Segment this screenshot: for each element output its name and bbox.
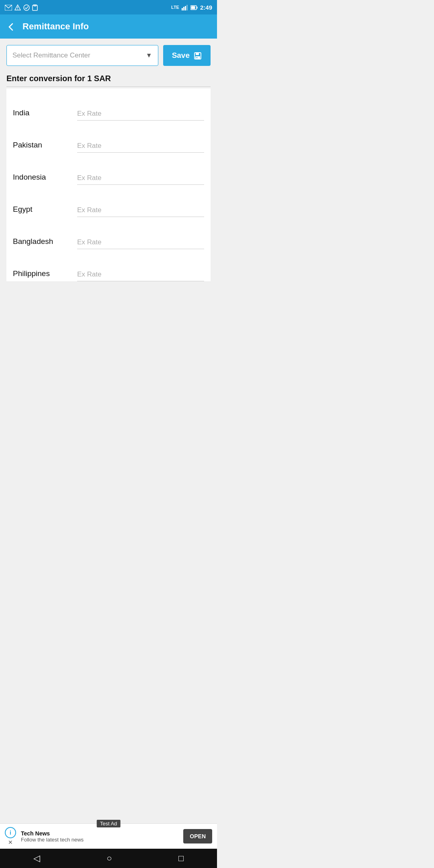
svg-rect-13	[197, 7, 197, 9]
check-circle-icon	[23, 4, 30, 10]
save-button[interactable]: Save	[163, 45, 211, 66]
table-row: India	[6, 88, 211, 121]
table-row: Egypt	[6, 185, 211, 217]
country-name-bangladesh: Bangladesh	[13, 237, 69, 249]
svg-point-3	[17, 9, 18, 10]
status-time: 2:49	[200, 4, 212, 11]
country-name-india: India	[13, 108, 69, 121]
countries-card: India Pakistan Indonesia Egypt Banglades…	[6, 88, 211, 281]
warning-icon	[14, 4, 21, 11]
country-name-philippines: Philippines	[13, 269, 69, 281]
save-label: Save	[172, 51, 190, 60]
remittance-center-dropdown[interactable]: Select Remittance Center ▼	[6, 45, 158, 66]
divider	[6, 86, 211, 87]
ex-rate-input-pakistan[interactable]	[77, 142, 204, 153]
table-row: Pakistan	[6, 121, 211, 153]
battery-icon	[190, 4, 198, 10]
conversion-label: Enter conversion for 1 SAR	[6, 74, 211, 83]
dropdown-placeholder-text: Select Remittance Center	[12, 51, 90, 59]
lte-icon: LTE	[171, 5, 179, 10]
svg-rect-18	[197, 57, 197, 58]
ex-rate-input-bangladesh[interactable]	[77, 238, 204, 249]
country-name-indonesia: Indonesia	[13, 173, 69, 185]
status-bar-right: LTE 2:49	[171, 4, 212, 11]
clipboard-icon	[32, 4, 38, 10]
svg-rect-17	[195, 56, 200, 59]
status-bar-left	[5, 4, 38, 10]
toolbar-row: Select Remittance Center ▼ Save	[6, 45, 211, 66]
table-row: Indonesia	[6, 153, 211, 185]
mail-icon	[5, 4, 12, 10]
ex-rate-input-philippines[interactable]	[77, 270, 204, 281]
country-name-egypt: Egypt	[13, 205, 69, 217]
svg-rect-7	[182, 8, 183, 10]
save-disk-icon	[194, 51, 202, 59]
dropdown-arrow-icon: ▼	[146, 52, 152, 59]
ex-rate-input-egypt[interactable]	[77, 206, 204, 217]
svg-rect-10	[186, 5, 188, 10]
table-row: Bangladesh	[6, 217, 211, 249]
svg-rect-8	[183, 7, 184, 10]
status-bar: LTE 2:49	[0, 0, 217, 14]
back-button[interactable]	[6, 21, 16, 32]
app-bar-title: Remittance Info	[23, 21, 89, 32]
app-bar: Remittance Info	[0, 14, 217, 39]
ex-rate-input-india[interactable]	[77, 110, 204, 121]
signal-icon	[182, 4, 188, 10]
svg-rect-9	[185, 6, 186, 10]
svg-point-4	[24, 5, 29, 10]
table-row: Philippines	[6, 249, 211, 281]
country-name-pakistan: Pakistan	[13, 141, 69, 153]
ex-rate-input-indonesia[interactable]	[77, 174, 204, 185]
svg-rect-16	[196, 53, 199, 55]
main-content: Select Remittance Center ▼ Save Enter co…	[0, 39, 217, 288]
